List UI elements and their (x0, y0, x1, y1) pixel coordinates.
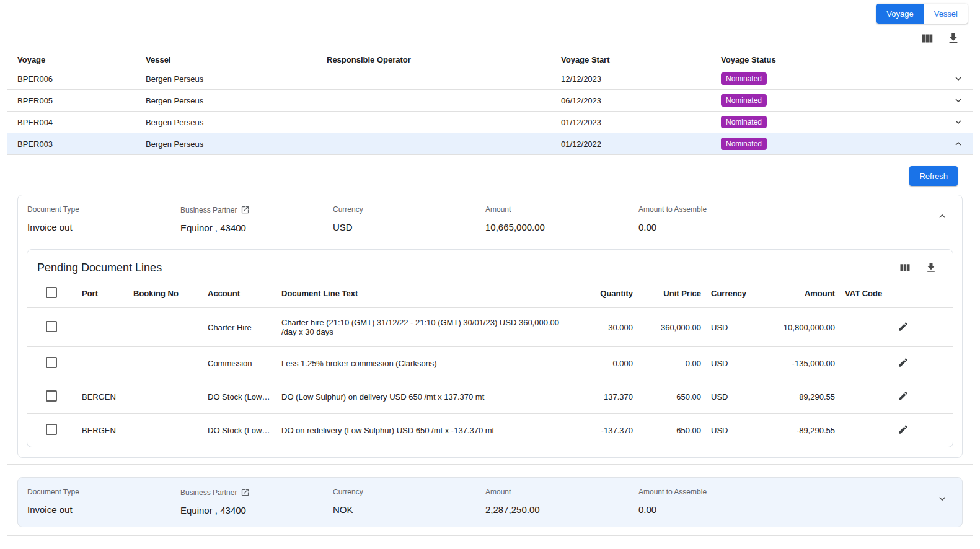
edit-line-button[interactable] (898, 424, 909, 437)
chevron-down-icon (936, 493, 948, 505)
chevron-up-icon (953, 138, 964, 150)
col-amount: Amount (768, 279, 840, 308)
field-label: Business Partner (180, 206, 237, 214)
expand-row-button[interactable] (943, 94, 973, 107)
voyage-id: BPER003 (7, 139, 136, 149)
edit-line-button[interactable] (898, 390, 909, 403)
download-icon[interactable] (947, 32, 960, 45)
document-line-row: Charter Hire Charter hire (21:10 (GMT) 3… (27, 308, 953, 347)
pending-lines-toolbar (898, 261, 938, 274)
document-header: Document Type Invoice out Business Partn… (18, 478, 962, 527)
toggle-vessel-button[interactable]: Vessel (924, 4, 968, 24)
cell-document-line-text: Less 1.25% broker commission (Clarksons) (276, 347, 580, 380)
voyage-id: BPER005 (7, 96, 136, 105)
cell-port: BERGEN (77, 414, 128, 447)
field-value: Invoice out (27, 504, 180, 515)
cell-quantity: 0.000 (580, 347, 638, 380)
expand-row-button[interactable] (943, 72, 973, 85)
voyage-row-bper006[interactable]: BPER006 Bergen Perseus 12/12/2023 Nomina… (7, 68, 973, 90)
status-badge: Nominated (721, 116, 767, 128)
select-all-checkbox[interactable] (46, 287, 57, 298)
view-toggle: Voyage Vessel (876, 4, 968, 24)
voyage-row-bper005[interactable]: BPER005 Bergen Perseus 06/12/2023 Nomina… (7, 90, 973, 112)
voyage-management-page: Voyage Vessel Voyage Vessel Responsible … (0, 0, 980, 549)
field-value: 10,665,000.00 (485, 222, 638, 232)
header-voyage-start: Voyage Start (551, 55, 711, 64)
cell-document-line-text: DO on redelivery (Low Sulphur) USD 650 /… (276, 414, 580, 447)
header-responsible-operator: Responsible Operator (317, 55, 551, 64)
field-business-partner: Business Partner Equinor , 43400 (180, 488, 333, 516)
voyage-row-bper004[interactable]: BPER004 Bergen Perseus 01/12/2023 Nomina… (7, 112, 973, 133)
voyage-start: 01/12/2022 (551, 139, 711, 149)
cell-document-line-text: DO (Low Sulphur) on delivery USD 650 /mt… (276, 380, 580, 414)
col-unit-price: Unit Price (638, 279, 706, 308)
col-account: Account (203, 279, 276, 308)
field-label: Business Partner (180, 488, 237, 497)
chevron-down-icon (953, 72, 964, 85)
col-currency: Currency (706, 279, 768, 308)
cell-document-line-text: Charter hire (21:10 (GMT) 31/12/22 - 21:… (276, 308, 580, 347)
columns-icon[interactable] (920, 32, 934, 45)
vessel-name: Bergen Perseus (136, 74, 317, 84)
pending-lines-table: Port Booking No Account Document Line Te… (27, 279, 953, 447)
collapse-row-button[interactable] (943, 138, 973, 150)
voyage-status: Nominated (711, 138, 943, 150)
field-value: NOK (333, 504, 485, 515)
toggle-voyage-button[interactable]: Voyage (876, 4, 923, 24)
cell-booking-no (128, 414, 203, 447)
document-card-nok: Document Type Invoice out Business Partn… (17, 477, 963, 527)
edit-pencil-icon (898, 321, 909, 332)
cell-unit-price: 360,000.00 (638, 308, 706, 347)
expand-row-button[interactable] (943, 116, 973, 128)
voyage-start: 06/12/2023 (551, 96, 711, 105)
field-label: Amount (485, 488, 638, 496)
cell-amount: 89,290.55 (768, 380, 840, 414)
open-in-new-icon[interactable] (241, 488, 250, 497)
pending-lines-header: Pending Document Lines (27, 250, 953, 279)
cell-account: Charter Hire (203, 308, 276, 347)
cell-amount: -135,000.00 (768, 347, 840, 380)
status-badge: Nominated (721, 94, 767, 107)
field-value: Equinor , 43400 (180, 222, 333, 233)
expand-document-button[interactable] (929, 488, 956, 505)
voyage-row-bper003[interactable]: BPER003 Bergen Perseus 01/12/2022 Nomina… (7, 133, 973, 155)
row-checkbox[interactable] (46, 424, 57, 435)
vessel-name: Bergen Perseus (136, 118, 317, 127)
document-line-row: BERGEN DO Stock (Low… DO (Low Sulphur) o… (27, 380, 953, 414)
refresh-button[interactable]: Refresh (909, 166, 958, 186)
col-booking-no: Booking No (128, 279, 203, 308)
field-business-partner: Business Partner Equinor , 43400 (180, 205, 333, 233)
field-currency: Currency NOK (333, 488, 485, 515)
voyage-table-header: Voyage Vessel Responsible Operator Voyag… (7, 51, 973, 68)
pending-document-lines-card: Pending Document Lines (27, 249, 953, 447)
field-label: Currency (333, 488, 485, 496)
voyage-table: Voyage Vessel Responsible Operator Voyag… (7, 51, 973, 155)
cell-booking-no (128, 380, 203, 414)
col-quantity: Quantity (580, 279, 638, 308)
cell-unit-price: 0.00 (638, 347, 706, 380)
cell-port: BERGEN (77, 380, 128, 414)
cell-account: DO Stock (Low… (203, 380, 276, 414)
cell-booking-no (128, 308, 203, 347)
voyage-start: 01/12/2023 (551, 118, 711, 127)
edit-line-button[interactable] (898, 357, 909, 370)
status-badge: Nominated (721, 138, 767, 150)
collapse-document-button[interactable] (929, 205, 956, 222)
field-value: 0.00 (638, 504, 929, 515)
pending-lines-header-row: Port Booking No Account Document Line Te… (27, 279, 953, 308)
refresh-row: Refresh (0, 155, 980, 195)
cell-booking-no (128, 347, 203, 380)
row-checkbox[interactable] (46, 390, 57, 402)
columns-icon[interactable] (898, 261, 912, 274)
field-label: Amount to Assemble (638, 205, 929, 214)
row-checkbox[interactable] (46, 321, 57, 332)
vessel-name: Bergen Perseus (136, 96, 317, 105)
voyage-status: Nominated (711, 116, 943, 128)
col-vat-code: VAT Code (840, 279, 893, 308)
row-checkbox[interactable] (46, 357, 57, 368)
header-voyage-status: Voyage Status (711, 55, 943, 64)
download-icon[interactable] (924, 261, 938, 274)
cell-vat-code (840, 414, 893, 447)
edit-line-button[interactable] (898, 321, 909, 334)
open-in-new-icon[interactable] (241, 205, 250, 214)
